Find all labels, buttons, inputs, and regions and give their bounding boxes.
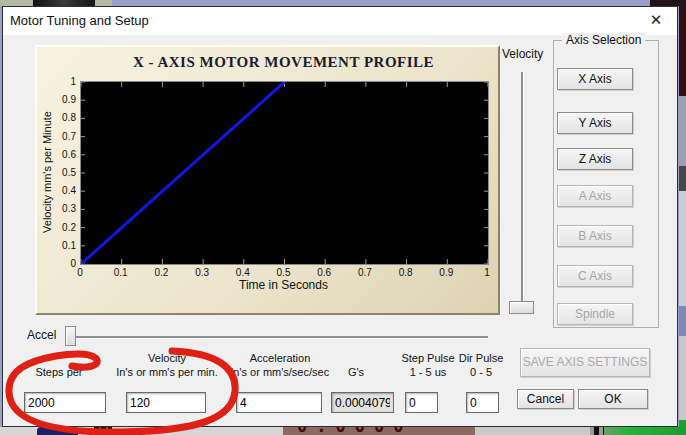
x-tick-label: 0.9 (439, 267, 453, 278)
y-tick-label: 0.4 (62, 185, 76, 196)
velocity-label-line1: Velocity (148, 352, 186, 365)
y-tick-label: 0.8 (62, 112, 76, 123)
y-tick-label: 0.5 (62, 167, 76, 178)
step-pulse-input[interactable] (405, 392, 438, 413)
y-tick-label: 0.9 (62, 94, 76, 105)
screen: 0.0000 Motor Tuning and Setup ✕ X - AXIS… (0, 0, 686, 435)
gs-label: G's (348, 366, 364, 379)
axis-button-a[interactable]: A Axis (557, 185, 633, 207)
cancel-button[interactable]: Cancel (517, 389, 574, 409)
steps-per-input[interactable] (24, 392, 106, 413)
y-tick-label: 0.2 (62, 221, 76, 232)
occluded-navy-button (37, 427, 78, 435)
bg-right-strip (679, 6, 686, 435)
x-tick-label: 0.2 (154, 267, 168, 278)
chart-y-ticks: 10.90.80.70.60.50.40.30.20.10 (50, 81, 76, 263)
gs-readout (331, 392, 394, 413)
dir-pulse-input[interactable] (466, 392, 499, 413)
occluded-dro-digits: 0.0000 (297, 427, 412, 435)
acceleration-input[interactable] (236, 392, 322, 413)
x-tick-label: 0.6 (317, 267, 331, 278)
y-tick-label: 0.6 (62, 148, 76, 159)
axis-button-b[interactable]: B Axis (557, 225, 633, 247)
x-tick-label: 0.8 (399, 267, 413, 278)
y-tick-label: 0.3 (62, 203, 76, 214)
acceleration-label-line2: in's or mm's/sec/sec (231, 366, 329, 379)
occluded-black-bars (590, 427, 604, 435)
y-tick-label: 1 (70, 76, 76, 87)
axis-button-spindle[interactable]: Spindle (557, 303, 633, 325)
velocity-slider-track[interactable] (521, 72, 524, 306)
steps-per-label: Steps per (35, 366, 82, 379)
y-tick-label: 0.1 (62, 239, 76, 250)
ok-button[interactable]: OK (578, 389, 648, 409)
axis-button-x[interactable]: X Axis (557, 68, 633, 90)
velocity-slider-label: Velocity (502, 47, 543, 61)
accel-slider-label: Accel (27, 328, 56, 342)
axis-button-z[interactable]: Z Axis (557, 148, 633, 170)
x-tick-label: 0.5 (277, 267, 291, 278)
x-tick-label: 0.4 (236, 267, 250, 278)
x-tick-label: 0 (77, 267, 83, 278)
step-pulse-label-line2: 1 - 5 us (410, 366, 447, 379)
save-axis-settings-button[interactable]: SAVE AXIS SETTINGS (520, 348, 650, 377)
occluded-dro-display: 0.0000 (283, 427, 475, 435)
x-tick-label: 0.1 (114, 267, 128, 278)
dialog-title: Motor Tuning and Setup (10, 13, 149, 28)
x-tick-label: 0.3 (195, 267, 209, 278)
motor-profile-plot (80, 81, 489, 265)
dir-pulse-label-line1: Dir Pulse (459, 352, 504, 365)
axis-button-y[interactable]: Y Axis (557, 112, 633, 134)
close-icon[interactable]: ✕ (644, 9, 668, 31)
accel-slider-thumb[interactable] (65, 326, 76, 346)
axis-button-c[interactable]: C Axis (557, 265, 633, 287)
velocity-slider-thumb[interactable] (509, 301, 534, 314)
occluded-green (604, 427, 686, 435)
occluded-gray (475, 427, 590, 435)
x-tick-label: 1 (484, 267, 490, 278)
y-tick-label: 0.7 (62, 130, 76, 141)
y-tick-label: 0 (70, 258, 76, 269)
axis-selection-title: Axis Selection (562, 33, 645, 47)
dir-pulse-label-line2: 0 - 5 (470, 366, 492, 379)
x-tick-label: 0.7 (358, 267, 372, 278)
chart-x-axis-label: Time in Seconds (80, 278, 487, 292)
chart-title: X - AXIS MOTOR MOVEMENT PROFILE (80, 54, 487, 71)
accel-slider-track[interactable] (76, 336, 488, 339)
velocity-input[interactable] (126, 392, 206, 413)
occluded-bars (94, 427, 112, 435)
step-pulse-label-line1: Step Pulse (401, 352, 454, 365)
velocity-label-line2: In's or mm's per min. (116, 366, 217, 379)
acceleration-label-line1: Acceleration (250, 352, 311, 365)
bg-bottom-strip: 0.0000 (0, 427, 686, 435)
